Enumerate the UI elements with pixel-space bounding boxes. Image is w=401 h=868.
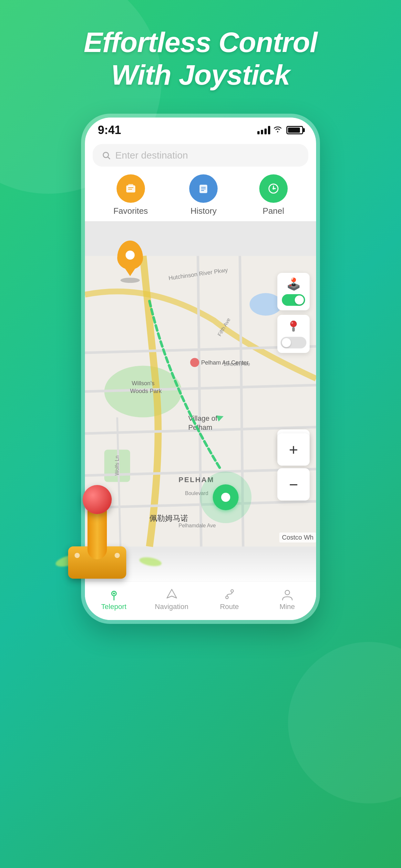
joystick-control-card[interactable]: 🕹️ <box>277 273 310 310</box>
joystick-stick <box>88 495 107 559</box>
svg-point-0 <box>103 152 109 158</box>
quick-item-favorites[interactable]: Favorites <box>113 175 148 216</box>
joystick-ball <box>83 485 112 514</box>
teleport-icon <box>107 588 120 600</box>
svg-point-41 <box>291 322 293 324</box>
nav-label-navigation: Navigation <box>155 602 189 611</box>
costco-label: Costco Wh <box>279 532 316 542</box>
svg-text:Pelhamdale Ave: Pelhamdale Ave <box>179 523 216 528</box>
nav-item-teleport[interactable]: Teleport <box>85 588 143 611</box>
history-label: History <box>190 206 217 216</box>
svg-line-1 <box>108 157 110 159</box>
joystick-3d-element <box>62 456 158 579</box>
favorites-label: Favorites <box>113 206 148 216</box>
search-bar[interactable]: Enter destination <box>93 144 308 166</box>
bottom-navigation: Teleport Navigation Route <box>85 581 316 620</box>
location-pin <box>117 241 143 283</box>
wifi-icon <box>274 126 282 135</box>
joystick-icon: 🕹️ <box>286 277 301 291</box>
joystick-ball-icon <box>286 319 301 334</box>
nav-item-navigation[interactable]: Navigation <box>143 588 201 611</box>
joystick-toggle[interactable] <box>282 294 305 306</box>
svg-point-11 <box>273 188 274 190</box>
quick-item-history[interactable]: History <box>189 175 218 216</box>
history-icon <box>189 175 218 203</box>
status-time: 9:41 <box>98 123 121 137</box>
zoom-out-button[interactable]: − <box>277 468 310 500</box>
phone-mockup: 9:41 <box>81 114 320 624</box>
panel-label: Panel <box>263 206 284 216</box>
route-icon <box>223 588 236 600</box>
mine-icon <box>281 588 294 600</box>
nav-label-route: Route <box>220 602 239 611</box>
svg-rect-42 <box>292 327 295 332</box>
panel-icon <box>259 175 288 203</box>
nav-item-mine[interactable]: Mine <box>258 588 316 611</box>
zoom-in-button[interactable]: + <box>277 433 310 466</box>
nav-label-teleport: Teleport <box>101 602 126 611</box>
svg-point-40 <box>290 321 297 327</box>
svg-text:Willson's: Willson's <box>132 380 154 386</box>
svg-text:Pelham: Pelham <box>188 423 212 431</box>
svg-point-53 <box>285 590 289 595</box>
battery-icon <box>286 126 303 134</box>
map-side-controls: 🕹️ <box>277 273 310 353</box>
search-icon <box>102 151 111 160</box>
svg-point-30 <box>190 358 199 367</box>
svg-text:Village of: Village of <box>188 414 218 423</box>
svg-point-50 <box>113 593 115 594</box>
svg-text:Woods Park: Woods Park <box>130 388 162 394</box>
signal-icon <box>257 126 270 134</box>
svg-text:Pelham Art Center: Pelham Art Center <box>201 360 249 366</box>
nav-item-route[interactable]: Route <box>201 588 258 611</box>
quick-item-panel[interactable]: Panel <box>259 175 288 216</box>
destination-marker <box>200 471 251 523</box>
status-icons <box>257 126 303 135</box>
joystick-ball-card[interactable] <box>277 315 310 353</box>
status-bar: 9:41 <box>85 118 316 140</box>
svg-point-15 <box>250 293 282 316</box>
nav-label-mine: Mine <box>280 602 295 611</box>
quick-access-bar: Favorites History <box>85 172 316 221</box>
zoom-controls: + − <box>277 433 310 500</box>
search-placeholder: Enter destination <box>115 150 188 161</box>
favorites-icon <box>117 175 145 203</box>
navigation-icon <box>165 588 178 600</box>
joystick-slider[interactable] <box>281 337 306 348</box>
svg-rect-3 <box>128 184 133 187</box>
hero-title: Effortless Control With Joystick <box>64 26 337 91</box>
